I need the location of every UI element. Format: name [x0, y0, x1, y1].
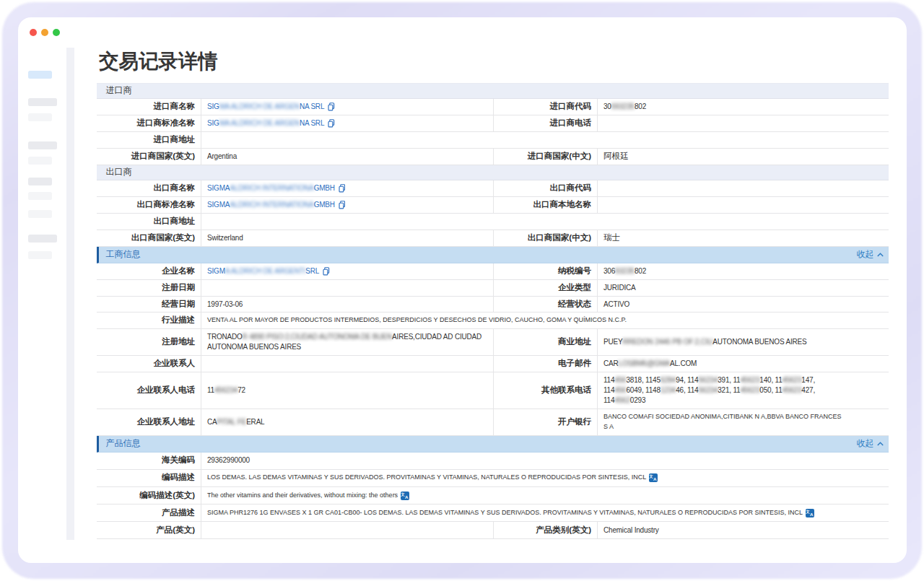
redacted-text: PITAL FE	[217, 417, 247, 427]
sidebar-item[interactable]	[28, 235, 57, 243]
redacted-text: 93235	[615, 266, 635, 276]
copy-icon[interactable]	[328, 102, 335, 111]
field-label: 出口商国家(中文)	[493, 230, 598, 246]
table-row: 海关编码 29362990000	[97, 453, 889, 470]
field-value: Argentina	[201, 149, 493, 165]
field-value: 30693235802	[597, 263, 889, 279]
translate-icon[interactable]: 文A	[649, 473, 658, 482]
table-row: 企业联系人电话 1145623472 其他联系电话 1144563818, 11…	[97, 372, 889, 409]
field-label: 电子邮件	[493, 356, 598, 372]
company-name-link[interactable]: SIGMA ALDRICH DE ARGENTISRL	[201, 263, 493, 279]
field-value: 阿根廷	[597, 149, 889, 165]
sidebar-item[interactable]	[28, 141, 57, 149]
sidebar-item[interactable]	[28, 192, 52, 200]
field-value	[201, 280, 493, 296]
field-value: VENTA AL POR MAYOR DE PRODUCTOS INTERMED…	[201, 313, 889, 328]
field-value: PUEYRREDON 2446 PB OF:2,CIUAUTONOMA BUEN…	[597, 329, 889, 355]
redacted-text: A ALDRICH DE ARGENTI	[225, 266, 306, 276]
table-row: 产品(英文) 产品类别(英文) Chemical Industry	[97, 522, 889, 539]
table-row: 进口商地址	[97, 132, 889, 149]
field-label: 进口商国家(中文)	[493, 149, 598, 165]
field-value	[201, 356, 493, 372]
field-value: SIGMA PHR1276 1G ENVASES X 1 GR CA01-CB0…	[201, 504, 889, 521]
exporter-name-link[interactable]: SIGMA ALDRICH INTERNATIONAGMBH	[201, 180, 493, 196]
collapse-business-button[interactable]: 收起	[857, 248, 889, 261]
importer-name-link[interactable]: SIGMA ALDRICH DE ARGENNA SRL	[201, 99, 493, 115]
field-value: ACTIVO	[597, 297, 889, 313]
sidebar-item[interactable]	[28, 157, 52, 165]
page-title: 交易记录详情	[99, 51, 218, 71]
redacted-text: MA ALDRICH DE ARGEN	[219, 118, 300, 128]
field-label: 进口商电话	[493, 115, 598, 131]
field-label: 产品类别(英文)	[493, 522, 598, 538]
table-row: 出口商名称 SIGMA ALDRICH INTERNATIONAGMBH 出口商…	[97, 180, 889, 197]
sidebar-item[interactable]	[28, 98, 57, 106]
minimize-window-button[interactable]	[41, 29, 48, 36]
field-value: JURIDICA	[597, 280, 889, 296]
field-label: 出口商地址	[97, 214, 201, 230]
copy-icon[interactable]	[339, 201, 346, 209]
maximize-window-button[interactable]	[53, 29, 60, 36]
field-label: 进口商国家(英文)	[97, 149, 201, 165]
field-value	[597, 197, 889, 213]
page: 交易记录详情 进口商 进口商名称 SIGMA ALDRICH DE ARGENN…	[0, 0, 924, 581]
field-label: 经营日期	[97, 297, 201, 313]
redacted-text: LOSBM6@GMA	[619, 359, 671, 369]
field-label: 经营状态	[493, 297, 598, 313]
field-value: 30693235802	[597, 99, 889, 115]
table-row: 进口商国家(英文) Argentina 进口商国家(中文) 阿根廷	[97, 149, 889, 165]
sidebar-item[interactable]	[28, 113, 52, 121]
svg-text:A: A	[405, 494, 409, 499]
svg-text:A: A	[653, 477, 657, 482]
sidebar-item-active[interactable]	[28, 71, 52, 79]
redacted-text: 456234	[214, 385, 237, 396]
field-value: 1997-03-06	[201, 297, 493, 313]
sidebar-item[interactable]	[28, 210, 52, 218]
collapse-product-button[interactable]: 收起	[857, 437, 889, 450]
exporter-std-name-link[interactable]: SIGMA ALDRICH INTERNATIONAGMBH	[201, 197, 493, 213]
copy-icon[interactable]	[328, 119, 335, 128]
window-controls	[30, 29, 61, 36]
translate-icon[interactable]: 文A	[806, 509, 814, 517]
table-row: 注册日期 企业类型 JURIDICA	[97, 280, 889, 297]
field-value: CARLOSBM6@GMAAL.COM	[597, 356, 889, 372]
field-value: TRONADOR 4890 PISO:2,CIUDAD AUTONOMA DE …	[201, 329, 493, 355]
field-label: 进口商名称	[97, 99, 201, 115]
redacted-text: 45623	[783, 376, 802, 384]
section-header-exporter: 出口商	[97, 165, 889, 180]
close-window-button[interactable]	[30, 29, 37, 36]
field-value	[201, 522, 493, 538]
copy-icon[interactable]	[339, 184, 346, 193]
copy-icon[interactable]	[323, 267, 330, 276]
section-header-importer: 进口商	[97, 84, 889, 99]
redacted-text: 1234	[661, 386, 676, 394]
field-label: 企业类型	[493, 280, 598, 296]
table-row: 企业联系人地址 CAPITAL FEERAL 开户银行 BANCO COMAFI…	[97, 409, 889, 436]
sidebar-item[interactable]	[28, 178, 52, 185]
field-label: 海关编码	[97, 453, 201, 469]
redacted-text: ALDRICH INTERNATIONA	[230, 183, 313, 193]
field-label: 产品描述	[97, 504, 201, 521]
field-value: BANCO COMAFI SOCIEDAD ANONIMA,CITIBANK N…	[597, 409, 889, 435]
field-label: 纳税编号	[493, 263, 598, 279]
importer-std-name-link[interactable]: SIGMA ALDRICH DE ARGENNA SRL	[201, 115, 493, 131]
field-value: 29362990000	[201, 453, 889, 469]
field-value: Chemical Industry	[597, 522, 889, 538]
field-label: 进口商代码	[493, 99, 598, 115]
translate-icon[interactable]: 文A	[401, 492, 409, 500]
sidebar-divider	[66, 48, 74, 540]
field-value: Switzerland	[201, 230, 493, 246]
redacted-text: ALDRICH INTERNATIONA	[230, 200, 313, 210]
section-header-business: 工商信息 收起	[97, 247, 889, 263]
sidebar-item[interactable]	[28, 251, 52, 259]
field-label: 注册日期	[97, 280, 201, 296]
redacted-text: 456	[614, 376, 626, 384]
redacted-text: 693235	[611, 102, 635, 112]
field-value	[201, 214, 889, 230]
detail-table: 进口商 进口商名称 SIGMA ALDRICH DE ARGENNA SRL 进…	[97, 83, 889, 540]
field-value: LOS DEMAS. LAS DEMAS VITAMINAS Y SUS DER…	[201, 470, 889, 486]
table-row: 出口商地址	[97, 214, 889, 230]
table-row: 出口商国家(英文) Switzerland 出口商国家(中文) 瑞士	[97, 230, 889, 247]
chevron-up-icon	[877, 442, 884, 446]
field-value	[597, 115, 889, 131]
